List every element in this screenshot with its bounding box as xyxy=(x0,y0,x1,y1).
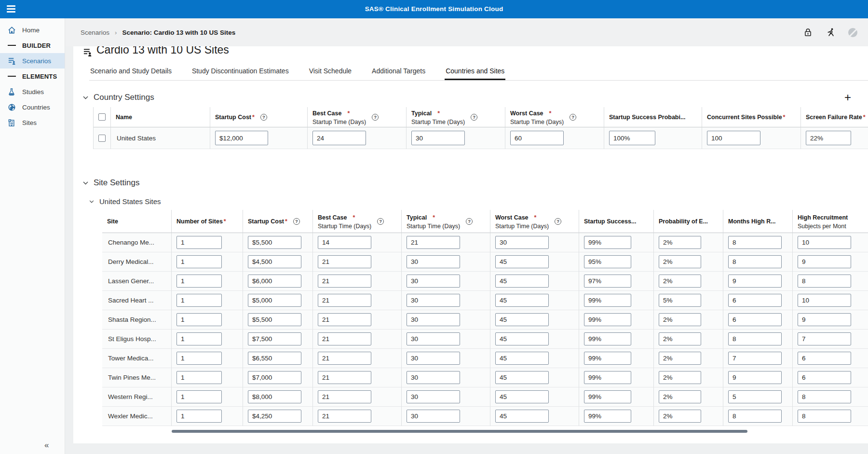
site-best_case_startup_time-input[interactable] xyxy=(318,236,371,249)
site-number_of_sites-input[interactable] xyxy=(176,255,222,268)
sidebar-collapse-button[interactable]: « xyxy=(44,440,49,450)
help-icon[interactable]: ? xyxy=(372,114,379,121)
tab-scenario-and-study-details[interactable]: Scenario and Study Details xyxy=(89,64,173,80)
site-months_high_r-input[interactable] xyxy=(728,236,782,249)
disabled-action-icon[interactable] xyxy=(848,28,857,37)
site-best_case_startup_time-input[interactable] xyxy=(318,294,371,307)
country-row-checkbox[interactable] xyxy=(98,135,106,142)
site-high_recruitment-input[interactable] xyxy=(798,332,851,345)
site-typical_startup_time-input[interactable] xyxy=(407,255,460,268)
site-number_of_sites-input[interactable] xyxy=(176,410,222,423)
help-icon[interactable]: ? xyxy=(466,218,473,225)
site-number_of_sites-input[interactable] xyxy=(176,390,222,403)
tab-countries-and-sites[interactable]: Countries and Sites xyxy=(445,64,505,80)
site-startup_cost-input[interactable] xyxy=(248,236,301,249)
help-icon[interactable]: ? xyxy=(377,218,384,225)
site-startup_cost-input[interactable] xyxy=(248,294,301,307)
site-best_case_startup_time-input[interactable] xyxy=(318,275,371,288)
country-settings-section-toggle[interactable]: Country Settings xyxy=(83,93,154,102)
site-high_recruitment-input[interactable] xyxy=(798,313,851,326)
united-states-sites-group-toggle[interactable]: United States Sites xyxy=(89,197,161,206)
site-startup_success-input[interactable] xyxy=(584,294,631,307)
site-months_high_r-input[interactable] xyxy=(728,255,782,268)
site-best_case_startup_time-input[interactable] xyxy=(318,390,371,403)
site-best_case_startup_time-input[interactable] xyxy=(318,313,371,326)
sidebar-item-countries[interactable]: Countries xyxy=(0,99,65,115)
site-startup_success-input[interactable] xyxy=(584,255,631,268)
site-startup_success-input[interactable] xyxy=(584,236,631,249)
site-typical_startup_time-input[interactable] xyxy=(407,390,460,403)
site-worst_case_startup_time-input[interactable] xyxy=(495,390,549,403)
site-startup_success-input[interactable] xyxy=(584,371,631,384)
site-startup_success-input[interactable] xyxy=(584,352,631,365)
site-typical_startup_time-input[interactable] xyxy=(407,371,460,384)
site-worst_case_startup_time-input[interactable] xyxy=(495,275,549,288)
site-probability_of_e-input[interactable] xyxy=(659,255,701,268)
site-high_recruitment-input[interactable] xyxy=(798,371,851,384)
site-typical_startup_time-input[interactable] xyxy=(407,294,460,307)
site-months_high_r-input[interactable] xyxy=(728,371,782,384)
site-typical_startup_time-input[interactable] xyxy=(407,410,460,423)
site-typical_startup_time-input[interactable] xyxy=(407,275,460,288)
country-worst_case_startup_time-input[interactable] xyxy=(510,131,564,145)
site-number_of_sites-input[interactable] xyxy=(176,294,222,307)
site-probability_of_e-input[interactable] xyxy=(659,352,701,365)
site-best_case_startup_time-input[interactable] xyxy=(318,371,371,384)
site-worst_case_startup_time-input[interactable] xyxy=(495,313,549,326)
site-high_recruitment-input[interactable] xyxy=(798,352,851,365)
site-months_high_r-input[interactable] xyxy=(728,313,782,326)
site-worst_case_startup_time-input[interactable] xyxy=(495,255,549,268)
site-probability_of_e-input[interactable] xyxy=(659,390,701,403)
site-startup_cost-input[interactable] xyxy=(248,410,301,423)
country-typical_startup_time-input[interactable] xyxy=(411,131,465,145)
select-all-countries-checkbox[interactable] xyxy=(98,113,106,121)
site-worst_case_startup_time-input[interactable] xyxy=(495,236,549,249)
site-startup_cost-input[interactable] xyxy=(248,275,301,288)
country-startup_cost-input[interactable] xyxy=(215,131,268,145)
site-number_of_sites-input[interactable] xyxy=(176,371,222,384)
site-typical_startup_time-input[interactable] xyxy=(407,236,460,249)
site-startup_cost-input[interactable] xyxy=(248,371,301,384)
site-number_of_sites-input[interactable] xyxy=(176,236,222,249)
site-months_high_r-input[interactable] xyxy=(728,352,782,365)
help-icon[interactable]: ? xyxy=(471,114,477,121)
site-worst_case_startup_time-input[interactable] xyxy=(495,294,549,307)
site-startup_success-input[interactable] xyxy=(584,390,631,403)
site-months_high_r-input[interactable] xyxy=(728,275,782,288)
site-high_recruitment-input[interactable] xyxy=(798,236,851,249)
site-startup_success-input[interactable] xyxy=(584,275,631,288)
site-months_high_r-input[interactable] xyxy=(728,294,782,307)
site-probability_of_e-input[interactable] xyxy=(659,275,701,288)
site-startup_cost-input[interactable] xyxy=(248,255,301,268)
country-concurrent_sites_possible-input[interactable] xyxy=(707,131,760,145)
site-number_of_sites-input[interactable] xyxy=(176,352,222,365)
site-high_recruitment-input[interactable] xyxy=(798,294,851,307)
site-probability_of_e-input[interactable] xyxy=(659,332,701,345)
sidebar-item-scenarios[interactable]: Scenarios xyxy=(0,53,65,69)
site-number_of_sites-input[interactable] xyxy=(176,275,222,288)
site-worst_case_startup_time-input[interactable] xyxy=(495,410,549,423)
site-startup_success-input[interactable] xyxy=(584,410,631,423)
tab-study-discontinuation-estimates[interactable]: Study Discontinuation Estimates xyxy=(191,64,290,80)
site-startup_cost-input[interactable] xyxy=(248,390,301,403)
site-startup_success-input[interactable] xyxy=(584,313,631,326)
site-typical_startup_time-input[interactable] xyxy=(407,352,460,365)
site-startup_cost-input[interactable] xyxy=(248,332,301,345)
site-typical_startup_time-input[interactable] xyxy=(407,332,460,345)
sidebar-item-home[interactable]: Home xyxy=(0,22,65,38)
site-startup_cost-input[interactable] xyxy=(248,313,301,326)
site-high_recruitment-input[interactable] xyxy=(798,410,851,423)
site-best_case_startup_time-input[interactable] xyxy=(318,410,371,423)
site-probability_of_e-input[interactable] xyxy=(659,371,701,384)
help-icon[interactable]: ? xyxy=(260,114,267,121)
site-typical_startup_time-input[interactable] xyxy=(407,313,460,326)
site-best_case_startup_time-input[interactable] xyxy=(318,352,371,365)
country-screen_failure_rate-input[interactable] xyxy=(806,131,851,145)
site-number_of_sites-input[interactable] xyxy=(176,332,222,345)
site-number_of_sites-input[interactable] xyxy=(176,313,222,326)
run-simulation-icon[interactable] xyxy=(826,28,835,37)
site-high_recruitment-input[interactable] xyxy=(798,275,851,288)
site-months_high_r-input[interactable] xyxy=(728,410,782,423)
breadcrumb-scenarios-link[interactable]: Scenarios xyxy=(81,29,109,36)
site-startup_success-input[interactable] xyxy=(584,332,631,345)
